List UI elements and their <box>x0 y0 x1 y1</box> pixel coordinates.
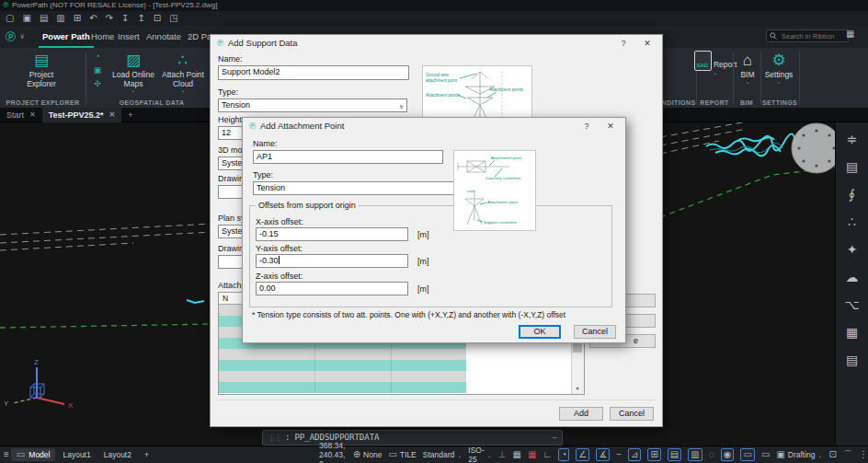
support-type-dropdown[interactable]: Tension ∨ <box>218 98 407 112</box>
redo-icon[interactable]: ↷ <box>106 11 113 26</box>
print-icon[interactable]: ⊡ <box>154 11 161 26</box>
model-tab[interactable]: ▭ Model <box>11 448 56 461</box>
entity-snap-icon[interactable]: ◔ <box>558 448 569 461</box>
close-icon[interactable]: ✕ <box>109 108 116 122</box>
undo-icon[interactable]: ↶ <box>89 11 97 26</box>
attachment-name-field[interactable]: AP1 <box>253 150 443 164</box>
cancel-button[interactable]: Cancel <box>610 407 654 421</box>
ribbon-display-options-icon[interactable]: ▦ <box>846 29 859 41</box>
style-dropdown[interactable]: Standard ⌄ <box>423 450 463 459</box>
scroll-down-icon[interactable]: ▾ <box>572 384 583 394</box>
application-window: ℗PowerPath (NOT FOR RESALE License) - [T… <box>0 0 868 463</box>
more-options-icon[interactable]: ⋮ <box>859 449 868 460</box>
elevation-icon[interactable]: ◔ <box>90 52 105 61</box>
geolocation-control[interactable]: ⊕ None <box>353 449 383 460</box>
ucs-icon[interactable]: ⊥ <box>498 449 507 460</box>
attachments-paperclip-icon[interactable]: ∮ <box>849 187 855 202</box>
attachment-type-value: Tension <box>257 183 285 192</box>
tab-power-path[interactable]: Power Path <box>39 29 94 48</box>
tips-lamp-icon[interactable]: ◌ <box>709 449 714 460</box>
sheets-icon[interactable]: ▤ <box>846 353 858 367</box>
ok-button[interactable]: OK <box>519 325 561 339</box>
project-explorer-button[interactable]: ▤ Project Explorer <box>17 51 66 88</box>
quad-icon[interactable]: ▤ <box>668 448 681 461</box>
tab-document[interactable]: Test-PPV25.2* ✕ <box>42 108 122 122</box>
dialog-title-bar[interactable]: ℗Add Support Data ? ✕ <box>211 35 662 52</box>
tab-start[interactable]: Start ✕ <box>0 108 42 122</box>
import-icon[interactable]: ↧ <box>121 11 129 26</box>
view-corner-icon[interactable]: ◳ <box>169 11 177 26</box>
workspace-dropdown[interactable]: ▣ Drafting ⌄ <box>776 449 822 460</box>
help-button[interactable]: ? <box>616 35 631 52</box>
snap-grid-icon[interactable]: ▦ <box>528 449 536 460</box>
dynamic-ucs-icon[interactable]: ⊿ <box>628 448 641 461</box>
table-row[interactable] <box>219 382 466 393</box>
selection-modes-icon[interactable]: ▭ <box>740 448 754 461</box>
menu-icon[interactable]: ≡ <box>4 449 9 460</box>
new-file-icon[interactable]: ▢ <box>6 11 14 26</box>
notification-bell-icon[interactable]: ⌒ <box>843 449 852 460</box>
save-as-icon[interactable]: ▥ <box>56 11 64 26</box>
y-offset-field[interactable]: -0.30 <box>256 254 408 268</box>
ruler-icon[interactable]: ▥ <box>688 448 702 461</box>
chevron-down-icon: ⌄ <box>457 452 462 458</box>
navigation-wheel[interactable] <box>792 123 835 173</box>
table-row[interactable] <box>219 349 466 360</box>
close-button[interactable]: ✕ <box>640 35 655 52</box>
settings-button[interactable]: ⚙ Settings ⌄ <box>754 51 804 85</box>
command-line[interactable]: ⋮⋮ : PP_ADDSUPPORTDATA — <box>262 430 563 446</box>
new-tab-button[interactable]: + <box>121 108 139 122</box>
attach-point-cloud-button[interactable]: ∴ Attach Point Cloud ⌄ <box>158 51 208 93</box>
load-online-maps-button[interactable]: ▨ Load Online Maps ⌄ <box>108 51 158 93</box>
app-menu-button[interactable]: ℗ ∨ <box>6 28 40 46</box>
realtime-icon[interactable]: ◉ <box>721 448 735 461</box>
polar-tracking-icon[interactable]: ∠ <box>576 448 589 461</box>
image-overlay-icon[interactable]: ▣ <box>90 65 105 75</box>
search-input[interactable] <box>780 31 844 41</box>
settings-gear-icon: ⚙ <box>754 51 804 71</box>
add-layout-button[interactable]: + <box>139 449 154 460</box>
layers-icon[interactable]: ▤ <box>846 159 858 174</box>
cancel-button[interactable]: Cancel <box>574 325 616 339</box>
dynamic-input-icon[interactable]: ⊞ <box>647 448 660 461</box>
support-name-field[interactable]: Support Model2 <box>218 65 409 80</box>
dimstyle-dropdown[interactable]: ISO-25 ⌄ <box>468 446 492 463</box>
layout2-tab[interactable]: Layout2 <box>98 449 137 460</box>
tab-annotate[interactable]: Annotate <box>143 29 185 46</box>
table-row[interactable] <box>219 371 466 382</box>
export-icon[interactable]: ↥ <box>137 11 144 26</box>
point-cloud-icon[interactable]: ∴ <box>848 214 856 229</box>
save-icon[interactable]: ▤ <box>40 11 48 26</box>
add-button[interactable]: Add <box>559 407 603 421</box>
svg-text:Catenary centerline: Catenary centerline <box>485 176 521 180</box>
workspace-icon: ▣ <box>776 449 784 460</box>
tile-toggle[interactable]: ▭ TILE <box>388 449 416 460</box>
properties-sliders-icon[interactable]: ≑ <box>847 132 858 146</box>
structure-tree-icon[interactable]: ⌥ <box>844 297 859 312</box>
printer-icon[interactable]: ⊡ <box>829 449 837 460</box>
annotation-icon[interactable]: ▭ <box>761 449 770 460</box>
ribbon-search[interactable] <box>766 29 849 42</box>
close-icon[interactable]: ✕ <box>29 108 36 122</box>
calculator-icon[interactable]: ▦ <box>846 325 858 340</box>
close-button[interactable]: ✕ <box>603 118 618 134</box>
grid-icon[interactable]: ▦ <box>513 449 521 460</box>
z-offset-field[interactable]: 0.00 <box>256 282 408 295</box>
cloud-sync-icon[interactable]: ☁ <box>846 270 859 284</box>
help-button[interactable]: ? <box>579 118 594 134</box>
dialog-title-bar[interactable]: ℗Add Attachment Point ? ✕ <box>243 118 625 134</box>
pin-icon[interactable]: ✦ <box>847 242 858 257</box>
layout1-tab[interactable]: Layout1 <box>57 449 96 460</box>
table-row[interactable] <box>219 360 466 371</box>
collapse-icon[interactable]: — <box>553 431 557 445</box>
settings-label: Settings <box>765 70 794 79</box>
tab-insert[interactable]: Insert <box>114 29 143 46</box>
open-file-icon[interactable]: ▣ <box>22 11 30 26</box>
x-offset-field[interactable]: -0.15 <box>256 227 408 241</box>
lineweight-icon[interactable]: − <box>616 449 622 460</box>
snap-tracking-icon[interactable]: ∡ <box>596 448 610 461</box>
transform-icon[interactable]: ✣ <box>90 79 105 88</box>
ortho-icon[interactable]: ∟ <box>542 449 552 460</box>
plot-icon[interactable]: ⊞ <box>74 11 81 26</box>
drag-grip-icon[interactable]: ⋮⋮ <box>268 431 280 445</box>
